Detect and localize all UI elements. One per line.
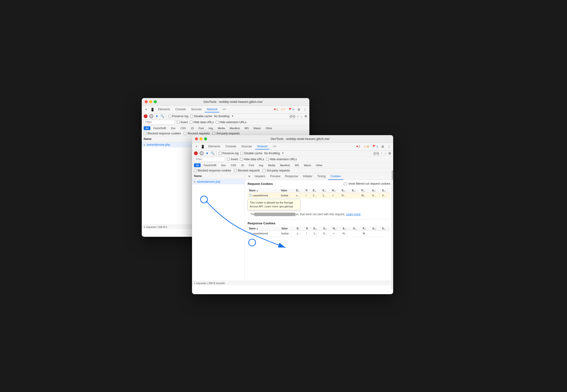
resp-col-name-h[interactable]: Name ▲ <box>248 226 280 231</box>
req-col-s3-h[interactable]: S... <box>371 188 381 193</box>
req-col-s2-h[interactable]: S... <box>340 188 351 193</box>
close-button-1[interactable] <box>145 100 148 103</box>
close-detail-btn-2[interactable]: ✕ <box>247 173 252 179</box>
tab-elements-1[interactable]: Elements <box>156 107 172 112</box>
type-manifest-1[interactable]: Manifest <box>228 126 242 130</box>
tab-cookies-2[interactable]: Cookies <box>328 173 343 180</box>
tab-initiator-2[interactable]: Initiator <box>300 173 315 180</box>
tab-preview-2[interactable]: Preview <box>268 173 283 180</box>
req-col-sp-h[interactable]: S... <box>351 188 360 193</box>
type-fetch-xhr-1[interactable]: Fetch/XHR <box>151 126 168 130</box>
table-row[interactable]: ⓘ unpartitioned foobar c... / 2... 1... … <box>248 193 390 198</box>
type-ws-1[interactable]: WS <box>242 126 251 130</box>
type-font-2[interactable]: Font <box>247 163 256 167</box>
type-img-2[interactable]: Img <box>257 163 265 167</box>
mobile-icon-2[interactable]: 📱 <box>200 144 205 149</box>
tab-console-2[interactable]: Console <box>224 144 238 150</box>
type-wasm-1[interactable]: Wasm <box>252 126 263 130</box>
tab-console-1[interactable]: Console <box>173 107 188 112</box>
search-icon-2[interactable]: 🔍 <box>211 151 215 155</box>
type-js-1[interactable]: JS <box>189 126 196 130</box>
show-filtered-checkbox[interactable]: show filtered out request cookies <box>344 182 390 185</box>
req-col-h-h[interactable]: H... <box>331 188 340 193</box>
type-ws-2[interactable]: WS <box>293 163 301 167</box>
disable-cache-checkbox-2[interactable]: Disable cache <box>240 152 262 155</box>
type-js-2[interactable]: JS <box>239 163 246 167</box>
cursor-icon-2[interactable]: ⌖ <box>194 144 199 149</box>
search-icon-1[interactable]: 🔍 <box>160 114 164 118</box>
type-doc-2[interactable]: Doc <box>219 163 228 167</box>
hide-ext-urls-1[interactable]: Hide extension URLs <box>216 121 247 124</box>
third-party-requests-2[interactable]: 3rd-party requests <box>263 169 290 172</box>
type-fetch-xhr-2[interactable]: Fetch/XHR <box>202 163 218 167</box>
req-col-e-h[interactable]: E... <box>312 188 321 193</box>
filter-input-2[interactable] <box>194 157 225 162</box>
type-doc-1[interactable]: Doc <box>169 126 178 130</box>
maximize-button-2[interactable] <box>204 137 207 140</box>
type-font-1[interactable]: Font <box>197 126 206 130</box>
blocked-response-cookies-2[interactable]: Blocked response cookies <box>194 169 231 172</box>
preserve-log-input-1[interactable] <box>168 115 171 118</box>
clear-icon-2[interactable]: ⊘ <box>200 151 204 155</box>
type-all-2[interactable]: All <box>194 163 201 167</box>
req-col-name-h[interactable]: Name ▲ <box>248 188 279 193</box>
req-col-s1-h[interactable]: S... <box>321 188 331 193</box>
stop-recording-icon-1[interactable] <box>144 114 148 118</box>
tab-sources-1[interactable]: Sources <box>189 107 204 112</box>
tab-more-1[interactable]: >> <box>221 107 228 112</box>
table-row[interactable]: ⓘ unpartitioned foobar c... / 1... 6... … <box>248 231 390 236</box>
type-other-2[interactable]: Other <box>314 163 325 167</box>
type-other-1[interactable]: Other <box>264 126 274 130</box>
invert-checkbox-2[interactable]: Invert <box>227 158 238 161</box>
stop-recording-icon-2[interactable] <box>194 151 198 155</box>
preserve-log-checkbox-2[interactable]: Preserve log <box>219 152 239 155</box>
type-css-1[interactable]: CSS <box>179 126 188 130</box>
tab-sources-2[interactable]: Sources <box>239 144 254 150</box>
req-col-value-h[interactable]: Value <box>279 188 295 193</box>
file-item-2[interactable]: ≡ samesitenone.php <box>192 179 244 184</box>
req-col-p-h[interactable]: P. <box>304 188 312 193</box>
type-wasm-2[interactable]: Wasm <box>302 163 313 167</box>
settings-icon-2[interactable]: ⚙ <box>380 144 385 149</box>
tab-timing-2[interactable]: Timing <box>315 173 328 180</box>
req-col-s4-h[interactable]: S... <box>381 188 390 193</box>
filter-icon-2[interactable]: ▼ <box>206 151 209 155</box>
learn-more-link[interactable]: Learn more <box>346 213 361 216</box>
close-button-2[interactable] <box>195 137 198 140</box>
more-icon-1[interactable]: ⋮ <box>303 107 307 112</box>
file-item-1[interactable]: ≡ samesitenone.php <box>142 142 194 147</box>
type-css-2[interactable]: CSS <box>229 163 238 167</box>
scrollbar-2[interactable] <box>391 170 393 289</box>
hide-data-urls-1[interactable]: Hide data URLs <box>190 121 214 124</box>
maximize-button-1[interactable] <box>154 100 157 103</box>
type-media-1[interactable]: Media <box>216 126 227 130</box>
tab-network-1[interactable]: Network <box>205 107 219 112</box>
filter-icon-1[interactable]: ▼ <box>155 114 159 118</box>
minimize-button-1[interactable] <box>149 100 152 103</box>
cursor-icon-1[interactable]: ⌖ <box>144 107 149 112</box>
invert-checkbox-1[interactable]: Invert <box>177 121 188 124</box>
type-all-1[interactable]: All <box>144 126 150 130</box>
scrollbar-thumb-2[interactable] <box>392 170 393 180</box>
disable-cache-checkbox-1[interactable]: Disable cache <box>190 114 212 118</box>
blocked-requests-1[interactable]: Blocked requests <box>184 132 209 135</box>
type-img-1[interactable]: Img <box>207 126 215 130</box>
type-media-2[interactable]: Media <box>266 163 277 167</box>
mobile-icon-1[interactable]: 📱 <box>150 107 155 112</box>
tab-response-2[interactable]: Response <box>283 173 300 180</box>
req-col-pp-h[interactable]: P... <box>360 188 371 193</box>
tab-elements-2[interactable]: Elements <box>206 144 222 150</box>
blocked-response-cookies-1[interactable]: Blocked response cookies <box>144 132 181 135</box>
type-manifest-2[interactable]: Manifest <box>278 163 292 167</box>
preserve-log-checkbox-1[interactable]: Preserve log <box>168 114 188 118</box>
tab-headers-2[interactable]: Headers <box>252 173 268 180</box>
hide-ext-urls-2[interactable]: Hide extension URLs <box>266 158 297 161</box>
hide-data-urls-2[interactable]: Hide data URLs <box>240 158 264 161</box>
settings-icon-1[interactable]: ⚙ <box>297 107 301 112</box>
clear-icon-1[interactable]: ⊘ <box>149 114 153 118</box>
more-icon-2[interactable]: ⋮ <box>387 144 391 149</box>
disable-cache-input-1[interactable] <box>190 115 193 118</box>
minimize-button-2[interactable] <box>199 137 203 140</box>
req-col-d-h[interactable]: D... <box>295 188 304 193</box>
filter-input-1[interactable] <box>144 120 175 125</box>
